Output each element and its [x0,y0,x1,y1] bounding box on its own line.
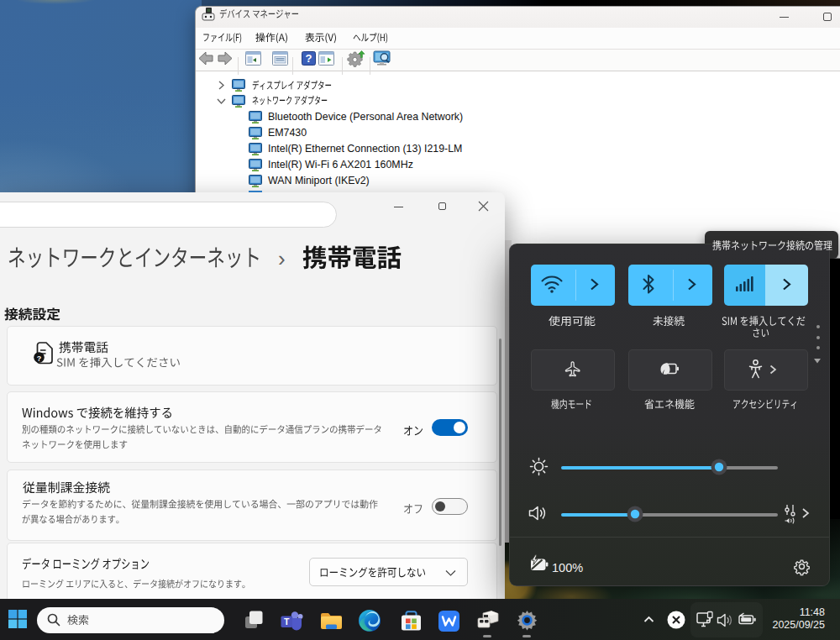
svg-text:?: ? [306,52,312,65]
svg-text:T: T [284,616,290,627]
svg-text:?: ? [37,354,42,363]
